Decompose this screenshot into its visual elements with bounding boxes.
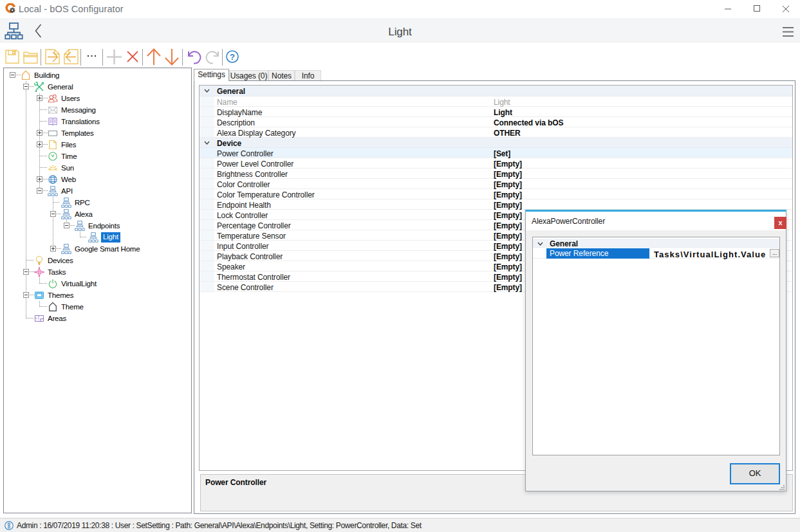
svg-text:?: ? xyxy=(230,52,235,62)
